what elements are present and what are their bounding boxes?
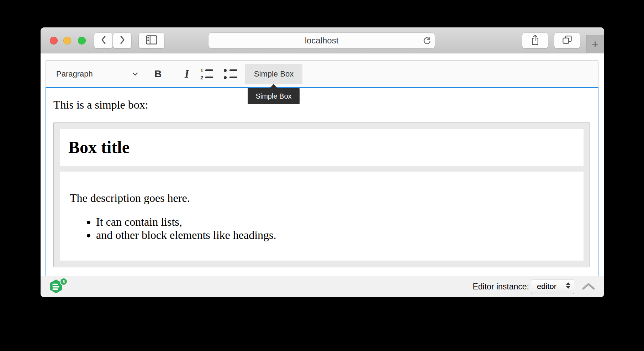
zoom-button[interactable] bbox=[78, 37, 86, 44]
bold-icon: B bbox=[154, 68, 162, 80]
forward-button[interactable] bbox=[113, 33, 131, 48]
close-button[interactable] bbox=[50, 37, 58, 44]
intro-paragraph[interactable]: This is a simple box: bbox=[53, 98, 591, 111]
list-item[interactable]: It can contain lists, bbox=[96, 215, 574, 229]
tabs-icon bbox=[562, 35, 572, 46]
simple-box-widget[interactable]: Box title The description goes here. It … bbox=[53, 122, 590, 267]
back-button[interactable] bbox=[94, 33, 112, 48]
box-title-section[interactable]: Box title bbox=[60, 129, 584, 166]
box-description-section[interactable]: The description goes here. It can contai… bbox=[60, 172, 584, 261]
chevron-left-icon bbox=[100, 35, 107, 46]
desktop-background: localhost bbox=[0, 0, 644, 351]
inspector-bar: 5 Editor instance: editor bbox=[41, 276, 604, 297]
select-arrows-icon bbox=[566, 282, 570, 289]
italic-button[interactable]: I bbox=[182, 61, 192, 87]
list-item[interactable]: and other block elements like headings. bbox=[96, 229, 574, 242]
address-bar[interactable]: localhost bbox=[208, 33, 435, 48]
ckeditor-toolbar: Paragraph B I 1 2 bbox=[46, 60, 598, 87]
bulleted-list-icon bbox=[224, 68, 237, 80]
inspector-expand-button[interactable] bbox=[579, 279, 598, 295]
numbered-list-icon: 1 2 bbox=[200, 68, 213, 80]
bullet-list: It can contain lists, and other block el… bbox=[70, 215, 574, 242]
box-description-text[interactable]: The description goes here. bbox=[70, 172, 574, 205]
heading-dropdown[interactable]: Paragraph bbox=[56, 61, 93, 87]
share-button[interactable] bbox=[522, 33, 548, 48]
browser-title-bar: localhost bbox=[41, 27, 604, 53]
simple-box-button-label: Simple Box bbox=[254, 69, 294, 79]
numbered-list-button[interactable]: 1 2 bbox=[200, 61, 213, 87]
tooltip-text: Simple Box bbox=[255, 92, 291, 100]
plus-icon: + bbox=[592, 38, 598, 51]
url-text: localhost bbox=[305, 36, 339, 46]
bulleted-list-button[interactable] bbox=[224, 61, 237, 87]
nav-button-group bbox=[94, 33, 131, 48]
tooltip-caret bbox=[270, 84, 277, 88]
box-title-text[interactable]: Box title bbox=[60, 129, 584, 166]
heading-dropdown-label: Paragraph bbox=[56, 69, 93, 79]
simple-box-button[interactable]: Simple Box bbox=[245, 64, 302, 84]
editor-instance-label: Editor instance: bbox=[473, 276, 529, 297]
chevron-right-icon bbox=[119, 35, 126, 46]
minimize-button[interactable] bbox=[63, 37, 71, 44]
sidebar-toggle-button[interactable] bbox=[139, 33, 164, 48]
logo-version-badge: 5 bbox=[60, 278, 68, 285]
tab-overview-button[interactable] bbox=[554, 33, 580, 48]
bold-button[interactable]: B bbox=[152, 61, 164, 87]
sidebar-icon bbox=[146, 35, 157, 46]
selected-instance-text: editor bbox=[537, 282, 556, 291]
editor-instance-select[interactable]: editor bbox=[531, 279, 574, 294]
badge-text: 5 bbox=[63, 279, 65, 284]
reload-button[interactable] bbox=[422, 36, 432, 45]
editor-editable-area[interactable]: This is a simple box: Box title The desc… bbox=[46, 87, 598, 276]
chevron-down-icon bbox=[132, 61, 138, 87]
new-tab-button[interactable]: + bbox=[586, 35, 604, 53]
safari-window: localhost bbox=[41, 27, 604, 297]
chevron-up-icon bbox=[582, 282, 595, 292]
reload-icon bbox=[422, 36, 432, 45]
simple-box-tooltip: Simple Box bbox=[248, 88, 300, 104]
share-icon bbox=[531, 35, 539, 47]
italic-icon: I bbox=[185, 68, 189, 80]
